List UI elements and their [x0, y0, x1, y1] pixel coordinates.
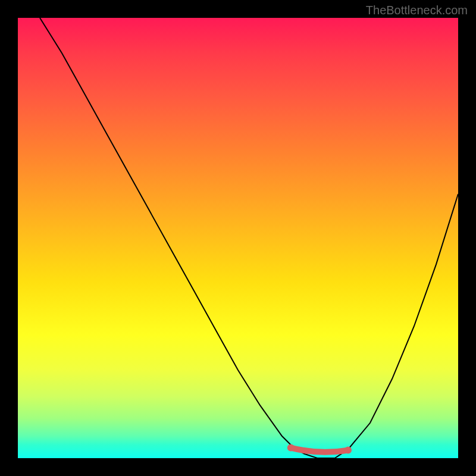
optimal-range-dot-left [287, 444, 295, 452]
watermark-text: TheBottleneck.com [366, 4, 468, 17]
chart-plot-area [18, 18, 458, 458]
optimal-range-dot-right [345, 447, 352, 454]
chart-svg [18, 18, 458, 458]
bottleneck-curve-line [40, 18, 458, 458]
optimal-range-marker [291, 448, 348, 452]
